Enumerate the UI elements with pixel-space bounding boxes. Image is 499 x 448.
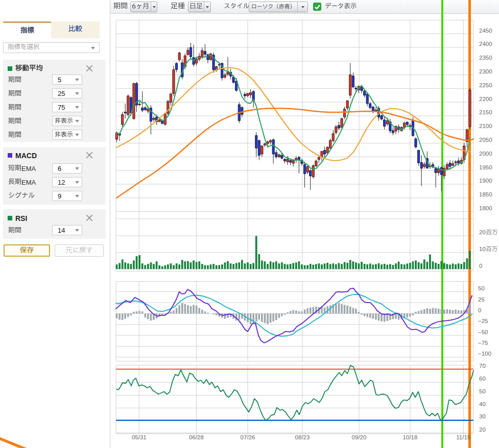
svg-text:2100: 2100 (479, 123, 492, 129)
svg-text:−50: −50 (478, 329, 488, 335)
svg-text:2250: 2250 (479, 82, 492, 88)
svg-text:−100: −100 (478, 351, 491, 357)
svg-text:10: 10 (479, 246, 486, 252)
svg-text:50: 50 (479, 388, 486, 394)
svg-text:2050: 2050 (479, 137, 492, 143)
svg-text:1950: 1950 (479, 164, 492, 170)
svg-text:2000: 2000 (479, 151, 492, 157)
svg-text:0: 0 (479, 263, 482, 269)
svg-text:2300: 2300 (479, 68, 492, 74)
svg-text:1850: 1850 (479, 191, 492, 197)
svg-text:2350: 2350 (479, 55, 492, 61)
svg-text:1800: 1800 (479, 205, 492, 211)
svg-text:2200: 2200 (479, 96, 492, 102)
svg-text:0: 0 (478, 307, 481, 313)
svg-text:20: 20 (479, 229, 486, 235)
svg-text:10/18: 10/18 (403, 434, 418, 440)
svg-text:11/15: 11/15 (456, 434, 470, 440)
svg-text:25: 25 (478, 296, 485, 303)
svg-text:06/28: 06/28 (189, 434, 204, 440)
svg-text:2450: 2450 (479, 28, 492, 34)
svg-text:−75: −75 (478, 340, 488, 346)
svg-text:05/31: 05/31 (132, 434, 147, 440)
svg-text:07/26: 07/26 (241, 434, 255, 440)
svg-text:09/20: 09/20 (352, 434, 367, 440)
svg-text:60: 60 (479, 376, 486, 382)
svg-text:40: 40 (479, 401, 486, 407)
svg-text:70: 70 (479, 363, 486, 369)
svg-text:−25: −25 (478, 318, 488, 324)
svg-text:1900: 1900 (479, 178, 492, 184)
svg-text:2150: 2150 (479, 109, 492, 115)
svg-text:20: 20 (479, 427, 486, 433)
svg-text:30: 30 (479, 413, 486, 419)
svg-text:50: 50 (478, 285, 485, 291)
svg-text:2400: 2400 (479, 41, 492, 47)
svg-text:08/23: 08/23 (295, 434, 310, 440)
